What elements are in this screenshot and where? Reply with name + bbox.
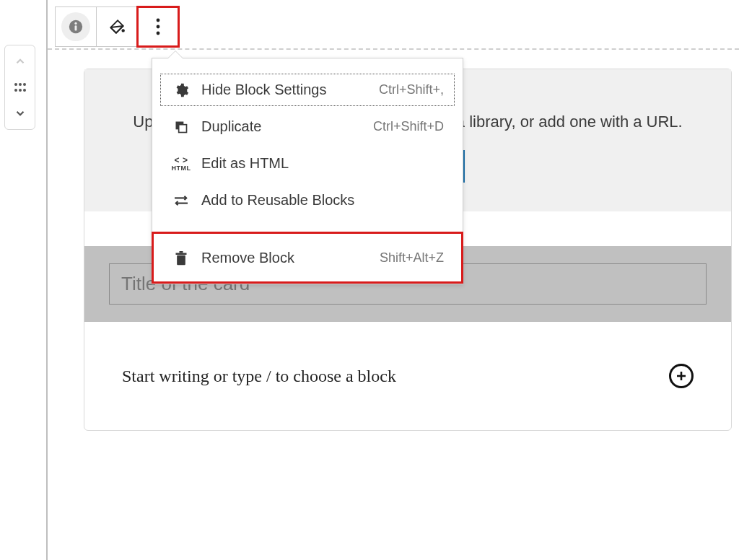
menu-item-label: Hide Block Settings — [201, 82, 370, 98]
copy-icon — [171, 120, 191, 134]
menu-item-label: Duplicate — [201, 118, 364, 135]
menu-item-edit-html[interactable]: < >HTML Edit as HTML — [158, 145, 457, 182]
reuse-icon — [171, 194, 191, 207]
more-vertical-icon — [155, 17, 161, 36]
menu-item-label: Add to Reusable Blocks — [201, 192, 435, 209]
paragraph-block[interactable]: Start writing or type / to choose a bloc… — [84, 322, 731, 430]
svg-rect-16 — [179, 124, 187, 132]
svg-rect-18 — [176, 253, 187, 255]
svg-point-5 — [23, 89, 26, 92]
menu-item-hide-settings[interactable]: Hide Block Settings Ctrl+Shift+, — [158, 71, 457, 108]
paragraph-placeholder: Start writing or type / to choose a bloc… — [122, 367, 396, 386]
chevron-up-icon — [14, 55, 27, 68]
chevron-down-icon — [14, 107, 27, 120]
svg-point-9 — [122, 29, 125, 32]
drag-dots-icon — [14, 82, 27, 92]
paint-bucket-icon — [108, 17, 126, 36]
menu-item-shortcut: Shift+Alt+Z — [380, 250, 444, 266]
move-up-button[interactable] — [6, 48, 35, 74]
html-icon: < >HTML — [171, 156, 191, 172]
svg-point-3 — [14, 89, 17, 92]
menu-item-shortcut: Ctrl+Shift+D — [373, 119, 444, 134]
plus-icon — [675, 369, 688, 382]
menu-item-reusable[interactable]: Add to Reusable Blocks — [158, 182, 457, 219]
block-boundary — [48, 48, 739, 50]
menu-item-remove[interactable]: Remove Block Shift+Alt+Z — [158, 240, 457, 276]
block-info-button[interactable] — [55, 6, 97, 47]
svg-rect-8 — [75, 25, 77, 30]
add-block-button[interactable] — [669, 364, 694, 388]
drag-handle[interactable] — [6, 74, 35, 100]
menu-arrow-icon — [168, 51, 183, 58]
more-options-button[interactable] — [137, 6, 179, 47]
svg-point-4 — [19, 89, 22, 92]
block-toolbar — [55, 6, 179, 47]
svg-point-2 — [23, 83, 26, 86]
menu-section-main: Hide Block Settings Ctrl+Shift+, Duplica… — [152, 58, 463, 232]
svg-point-11 — [157, 25, 160, 29]
svg-rect-17 — [177, 255, 185, 264]
trash-icon — [171, 250, 191, 266]
menu-item-shortcut: Ctrl+Shift+, — [379, 82, 444, 97]
menu-item-duplicate[interactable]: Duplicate Ctrl+Shift+D — [158, 108, 457, 145]
svg-point-1 — [19, 83, 22, 86]
editor-main: Upload an image file, pick one from your… — [46, 0, 739, 560]
block-options-menu: Hide Block Settings Ctrl+Shift+, Duplica… — [152, 58, 463, 284]
svg-point-0 — [14, 83, 17, 86]
menu-item-label: Edit as HTML — [201, 155, 435, 172]
block-navigator — [4, 45, 35, 130]
menu-item-label: Remove Block — [201, 250, 371, 266]
svg-point-12 — [157, 32, 160, 35]
svg-rect-19 — [180, 251, 183, 253]
info-icon — [68, 19, 84, 35]
svg-point-7 — [74, 22, 76, 25]
gear-icon — [171, 82, 191, 98]
svg-point-10 — [157, 19, 160, 22]
menu-section-remove: Remove Block Shift+Alt+Z — [152, 232, 463, 284]
block-style-button[interactable] — [96, 6, 138, 47]
move-down-button[interactable] — [6, 100, 35, 126]
